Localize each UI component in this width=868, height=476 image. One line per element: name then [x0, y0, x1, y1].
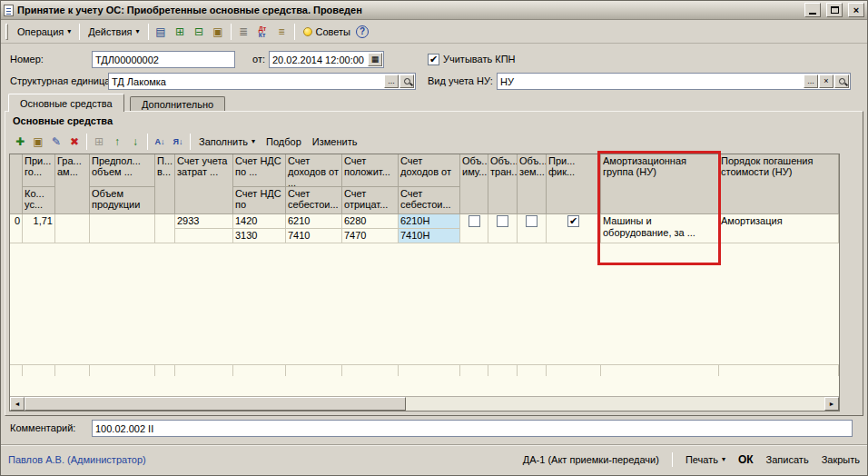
copy-icon: ▣: [33, 136, 43, 147]
operation-menu-button[interactable]: Операция▾: [12, 23, 76, 41]
cell-empty[interactable]: [90, 214, 155, 243]
horizontal-scrollbar[interactable]: ◄ ►: [10, 396, 839, 411]
cell-amort-group[interactable]: Машины и оборудование, за ...: [601, 214, 719, 243]
tips-button[interactable]: Советы: [298, 23, 356, 41]
select-button[interactable]: ...: [384, 74, 399, 88]
cell-vat-1[interactable]: 1420: [233, 214, 286, 229]
close-form-button[interactable]: Закрыть: [822, 454, 860, 465]
minimize-button[interactable]: [804, 3, 821, 17]
print-button[interactable]: Печать▾: [686, 454, 725, 465]
toolbar-separator: [86, 134, 87, 150]
cell-positive-1[interactable]: 6280: [342, 214, 399, 229]
cell-property-flag: [460, 214, 488, 243]
unit-input[interactable]: ТД Лакомка ...: [108, 73, 416, 90]
cell-cost-account[interactable]: 2933: [175, 214, 233, 229]
register-records-button[interactable]: ≡: [272, 23, 291, 41]
tab-fixed-assets[interactable]: Основные средства: [8, 94, 124, 112]
column-header: Ко... ус...: [23, 187, 55, 214]
document-icon: [4, 5, 14, 16]
copy-row-button[interactable]: ▣: [29, 133, 47, 151]
interval-button[interactable]: ⊞: [90, 133, 108, 151]
open-button[interactable]: [834, 74, 849, 88]
comment-input[interactable]: 100.02.002 II: [92, 420, 853, 437]
dtkt-icon: ДтКт: [259, 25, 266, 38]
movements-button[interactable]: ⊟: [190, 23, 209, 41]
column-header: При... го...: [23, 154, 55, 187]
app-window: Принятие к учету ОС: Приобретенные основ…: [0, 0, 868, 476]
section-title: Основные средства: [13, 115, 113, 126]
scrollbar-thumb[interactable]: [25, 397, 406, 411]
cell-price[interactable]: 1,71: [23, 214, 55, 243]
tab-additional[interactable]: Дополнительно: [130, 96, 225, 112]
scroll-left-button[interactable]: ◄: [10, 397, 25, 411]
cell-income-2[interactable]: 7410: [286, 229, 342, 243]
move-down-button[interactable]: ↓: [126, 133, 144, 151]
save-button[interactable]: ▤: [152, 23, 171, 41]
comment-label: Комментарий:: [10, 420, 75, 437]
cell-row-number[interactable]: 0: [10, 214, 23, 243]
toolbar-separator: [79, 24, 80, 40]
cell-repayment[interactable]: Амортизация: [719, 214, 839, 243]
statusbar-separator: [672, 452, 673, 467]
magnifier-icon: [839, 78, 845, 84]
ok-button[interactable]: ОК: [738, 453, 754, 466]
fill-button[interactable]: Заполнить▾: [193, 133, 261, 151]
structure-icon: ≣: [239, 26, 248, 37]
maximize-button[interactable]: [826, 3, 843, 17]
actions-menu-button[interactable]: Действия▾: [83, 23, 144, 41]
toolbar-separator: [231, 24, 232, 40]
toolbar-separator: [147, 134, 148, 150]
kpn-checkbox[interactable]: [428, 54, 439, 65]
scroll-right-button[interactable]: ►: [824, 397, 839, 411]
cell-income-nu-1[interactable]: 6210Н: [399, 214, 460, 229]
cell-income-nu-2[interactable]: 7410Н: [399, 229, 460, 243]
date-input[interactable]: 20.02.2014 12:00:00 ▦: [269, 51, 384, 68]
open-button[interactable]: [399, 74, 414, 88]
column-header: При... фик...: [547, 154, 601, 214]
scrollbar-track[interactable]: [406, 397, 824, 411]
sort-desc-icon: Я↓: [173, 138, 183, 146]
number-input[interactable]: ТДЛ00000002: [92, 51, 235, 68]
user-link[interactable]: Павлов А.В. (Администратор): [8, 454, 146, 465]
nu-input[interactable]: НУ ... ×: [497, 73, 851, 90]
add-icon: ✚: [15, 136, 25, 147]
structure-button[interactable]: ≣: [234, 23, 253, 41]
column-header: Предпол... объем ...: [90, 154, 155, 187]
pick-button[interactable]: Подбор: [261, 133, 307, 151]
edit-row-button[interactable]: ✎: [47, 133, 65, 151]
sort-asc-icon: А↓: [155, 138, 165, 146]
sort-desc-button[interactable]: Я↓: [169, 133, 187, 151]
print-form-button[interactable]: ДА-1 (Акт приемки-передачи): [523, 454, 659, 465]
date-label: от:: [252, 51, 265, 68]
delete-row-button[interactable]: ✖: [65, 133, 84, 151]
dtkt-button[interactable]: ДтКт: [253, 23, 272, 41]
column-header: Счет НДС по ...: [233, 154, 286, 187]
row-checkbox-1[interactable]: [497, 215, 508, 227]
toolbar-separator: [190, 134, 191, 150]
add-row-button[interactable]: ✚: [11, 133, 29, 151]
move-up-button[interactable]: ↑: [108, 133, 126, 151]
cell-vat-2[interactable]: 3130: [233, 229, 286, 243]
sort-asc-button[interactable]: А↓: [151, 133, 169, 151]
change-button[interactable]: Изменить: [307, 133, 363, 151]
help-button[interactable]: ?: [356, 25, 369, 38]
cell-empty[interactable]: [55, 214, 90, 243]
cell-income-1[interactable]: 6210: [286, 214, 342, 229]
cell-empty[interactable]: [155, 214, 175, 243]
row-checkbox-2[interactable]: [526, 215, 538, 227]
row-checkbox-3[interactable]: [567, 215, 579, 227]
cell-positive-2[interactable]: 7470: [342, 229, 399, 243]
close-button[interactable]: ×: [848, 3, 864, 17]
table-toolbar: ✚ ▣ ✎ ✖ ⊞ ↑ ↓ А↓ Я↓ Заполнить▾ Подбор Из…: [11, 132, 362, 152]
cell-empty[interactable]: [175, 229, 233, 243]
calendar-button[interactable]: ▦: [368, 53, 382, 66]
clear-button[interactable]: ×: [819, 74, 833, 88]
column-header: [10, 154, 23, 214]
post-document-button[interactable]: ⊞: [171, 23, 190, 41]
select-button[interactable]: ...: [804, 74, 818, 88]
save-icon: ▤: [155, 26, 165, 37]
copy-document-button[interactable]: ▣: [209, 23, 228, 41]
write-button[interactable]: Записать: [766, 454, 809, 465]
column-header: Счет доходов от ...: [286, 154, 342, 187]
row-checkbox-0[interactable]: [469, 215, 480, 227]
